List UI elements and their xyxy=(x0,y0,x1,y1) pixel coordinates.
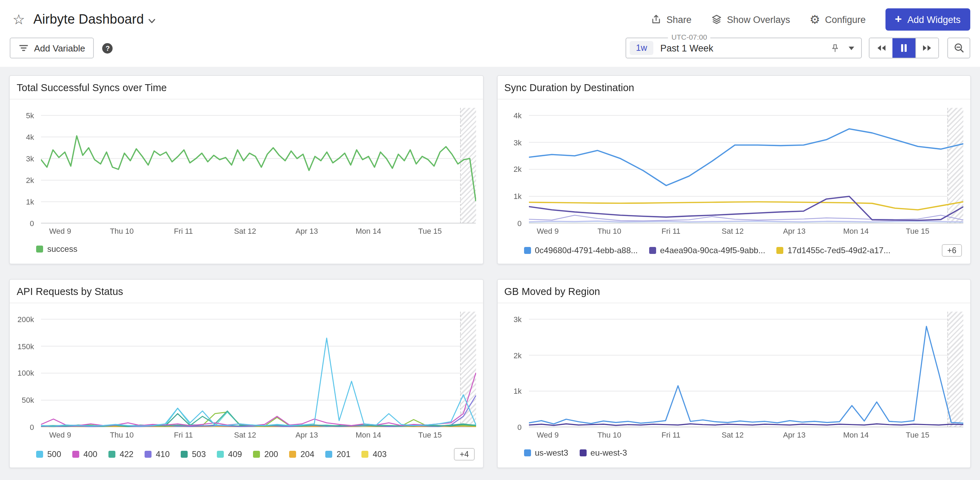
x-tick-label: Wed 9 xyxy=(536,431,558,439)
title-chevron-down-icon[interactable] xyxy=(148,17,156,25)
plot-area[interactable]: Wed 9Thu 10Fri 11Sat 12Apr 13Mon 14Tue 1… xyxy=(41,312,476,427)
widget-grid: Total Successful Syncs over Time 01k2k3k… xyxy=(0,67,980,468)
legend-label: us-west3 xyxy=(535,448,568,458)
x-tick-label: Tue 15 xyxy=(418,431,442,439)
gear-icon: ⚙ xyxy=(809,14,820,26)
widget-sync-duration-by-destination: Sync Duration by Destination 01k2k3k4k W… xyxy=(496,75,971,264)
legend-item[interactable]: 503 xyxy=(181,450,206,459)
picker-caret-down-icon[interactable] xyxy=(849,46,854,50)
y-tick-label: 3k xyxy=(514,138,522,147)
time-range-label: Past 1 Week xyxy=(660,43,713,53)
legend-item[interactable]: 0c49680d-4791-4ebb-a88... xyxy=(524,246,638,255)
legend-overflow-badge[interactable]: +4 xyxy=(454,448,474,461)
time-nav-group xyxy=(869,38,939,59)
x-tick-label: Apr 13 xyxy=(295,227,318,235)
y-tick-label: 100k xyxy=(18,369,34,377)
add-variable-button[interactable]: Add Variable xyxy=(10,38,94,59)
favorite-star-icon[interactable]: ☆ xyxy=(10,13,28,26)
legend-label: 500 xyxy=(47,450,61,459)
time-backward-button[interactable] xyxy=(870,38,892,58)
legend-item[interactable]: 410 xyxy=(145,450,170,459)
y-tick-label: 4k xyxy=(514,111,522,120)
legend-label: eu-west-3 xyxy=(590,448,627,458)
legend-swatch xyxy=(253,451,260,458)
legend-swatch xyxy=(108,451,115,458)
y-tick-label: 150k xyxy=(18,342,34,350)
legend-item[interactable]: 403 xyxy=(362,450,387,459)
x-tick-label: Fri 11 xyxy=(662,431,681,439)
x-tick-label: Thu 10 xyxy=(110,431,134,439)
legend-label: 503 xyxy=(192,450,206,459)
add-widgets-label: Add Widgets xyxy=(907,14,961,25)
legend-swatch xyxy=(36,246,43,252)
fast-forward-icon xyxy=(922,44,933,52)
plot-area[interactable]: Wed 9Thu 10Fri 11Sat 12Apr 13Mon 14Tue 1… xyxy=(528,312,963,427)
chart-body: 01k2k3k4k Wed 9Thu 10Fri 11Sat 12Apr 13M… xyxy=(497,108,963,223)
legend-item[interactable]: 409 xyxy=(217,450,242,459)
legend-item[interactable]: 201 xyxy=(326,450,351,459)
x-tick-label: Thu 10 xyxy=(597,431,621,439)
legend-item[interactable]: e4aea90a-90ca-49f5-9abb... xyxy=(649,246,765,255)
legend-item[interactable]: us-west3 xyxy=(524,448,568,458)
pause-button[interactable] xyxy=(892,38,915,58)
y-tick-label: 2k xyxy=(514,351,522,359)
legend-swatch xyxy=(524,450,531,456)
legend-swatch xyxy=(776,247,783,254)
x-tick-label: Wed 9 xyxy=(49,227,71,235)
legend-swatch xyxy=(217,451,224,458)
legend-item[interactable]: 17d1455c-7ed5-49d2-a17... xyxy=(776,246,890,255)
legend-swatch xyxy=(181,451,188,458)
x-tick-label: Fri 11 xyxy=(174,431,193,439)
x-tick-label: Mon 14 xyxy=(843,431,869,439)
legend-swatch xyxy=(579,450,586,456)
y-tick-label: 0 xyxy=(517,219,522,228)
share-button[interactable]: Share xyxy=(651,14,692,25)
configure-label: Configure xyxy=(825,14,865,25)
y-tick-label: 1k xyxy=(514,387,522,395)
widget-gb-moved-by-region: GB Moved by Region 01k2k3k Wed 9Thu 10Fr… xyxy=(496,279,971,468)
plot-area[interactable]: Wed 9Thu 10Fri 11Sat 12Apr 13Mon 14Tue 1… xyxy=(41,108,476,223)
plus-icon: + xyxy=(895,13,902,25)
legend-item[interactable]: 500 xyxy=(36,450,61,459)
add-widgets-button[interactable]: + Add Widgets xyxy=(885,8,970,30)
pin-icon[interactable] xyxy=(830,43,840,53)
configure-button[interactable]: ⚙ Configure xyxy=(809,14,865,26)
x-tick-label: Sat 12 xyxy=(234,227,256,235)
legend-label: 422 xyxy=(119,450,134,459)
legend-item[interactable]: 200 xyxy=(253,450,278,459)
chart-body: 01k2k3k4k5k Wed 9Thu 10Fri 11Sat 12Apr 1… xyxy=(10,108,476,223)
legend-label: 410 xyxy=(156,450,170,459)
zoom-out-button[interactable] xyxy=(947,38,970,59)
y-axis-labels: 01k2k3k xyxy=(497,312,528,427)
legend-item[interactable]: 400 xyxy=(72,450,97,459)
x-tick-label: Wed 9 xyxy=(49,431,71,439)
timezone-label: UTC-07:00 xyxy=(668,33,711,41)
x-tick-label: Sat 12 xyxy=(234,431,256,439)
legend-item[interactable]: eu-west-3 xyxy=(579,448,627,458)
dashboard-page: ☆ Airbyte Dashboard Share Show Overlays … xyxy=(0,0,980,480)
legend-swatch xyxy=(524,247,531,254)
y-tick-label: 0 xyxy=(517,423,522,431)
legend-label: 17d1455c-7ed5-49d2-a17... xyxy=(788,246,890,255)
legend-item[interactable]: 422 xyxy=(108,450,134,459)
legend-swatch xyxy=(72,451,79,458)
show-overlays-button[interactable]: Show Overlays xyxy=(711,14,790,25)
picker-icons xyxy=(830,43,854,53)
legend-label: 409 xyxy=(228,450,242,459)
legend-label: e4aea90a-90ca-49f5-9abb... xyxy=(660,246,765,255)
legend-item[interactable]: 204 xyxy=(289,450,314,459)
toolbar-row: Add Variable ? UTC-07:00 1w Past 1 Week xyxy=(10,38,970,59)
legend-label: 400 xyxy=(83,450,97,459)
rewind-icon xyxy=(875,44,886,52)
time-forward-button[interactable] xyxy=(915,38,938,58)
legend-item[interactable]: success xyxy=(36,244,78,254)
plot-area[interactable]: Wed 9Thu 10Fri 11Sat 12Apr 13Mon 14Tue 1… xyxy=(528,108,963,223)
chart-body: 050k100k150k200k Wed 9Thu 10Fri 11Sat 12… xyxy=(10,312,476,427)
x-tick-label: Fri 11 xyxy=(662,227,681,235)
share-icon xyxy=(651,14,662,25)
time-range-picker[interactable]: UTC-07:00 1w Past 1 Week xyxy=(625,38,862,59)
y-tick-label: 200k xyxy=(18,315,34,324)
help-icon[interactable]: ? xyxy=(102,43,113,53)
y-tick-label: 0 xyxy=(30,219,34,228)
legend-overflow-badge[interactable]: +6 xyxy=(942,244,962,257)
